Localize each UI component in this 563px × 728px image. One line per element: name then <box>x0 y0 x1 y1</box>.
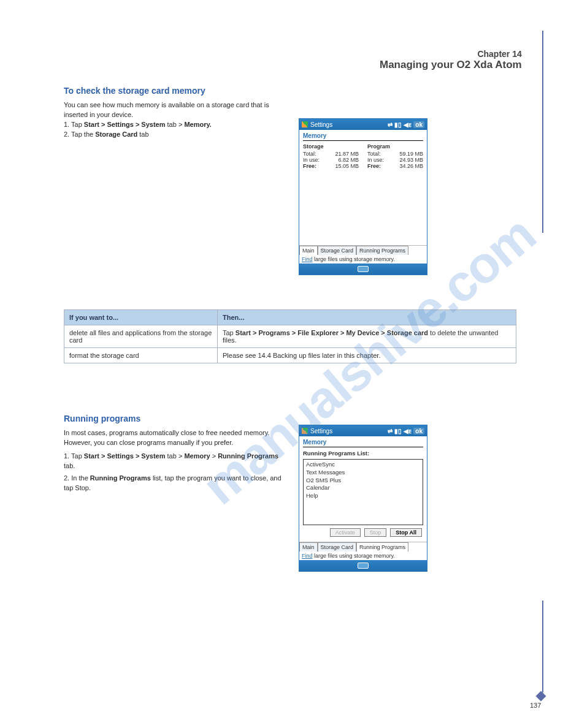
signal-icon: ▮▯ <box>394 121 402 128</box>
tab-main[interactable]: Main <box>299 246 318 255</box>
stop-button[interactable]: Stop <box>364 528 387 537</box>
section-heading: Running programs <box>64 414 291 423</box>
screen-body: Memory Running Programs List: ActiveSync… <box>299 436 427 542</box>
activate-button[interactable]: Activate <box>330 528 361 537</box>
chapter-header: Chapter 14 Managing your O2 Xda Atom <box>380 49 522 71</box>
tab-running-programs[interactable]: Running Programs <box>356 246 408 255</box>
title-text: Settings <box>310 121 332 128</box>
list-item[interactable]: Help <box>306 492 420 500</box>
actions-table: If you want to... Then... delete all fil… <box>64 309 516 363</box>
cell-format-desc: format the storage card <box>64 348 218 363</box>
section-intro: In most cases, programs automatically cl… <box>64 428 291 448</box>
list-item[interactable]: O2 SMS Plus <box>306 477 420 485</box>
device-screen: Settings ⇄ ▮▯ ◀ᴇ ok Memory Running Progr… <box>299 425 427 572</box>
margin-rule-top <box>542 31 543 233</box>
speaker-icon: ◀ᴇ <box>404 428 412 434</box>
storage-column: Storage Total:21.87 MB In use:6.82 MB Fr… <box>303 143 359 169</box>
sync-icon: ⇄ <box>388 428 393 434</box>
title-text: Settings <box>310 428 332 434</box>
chapter-number: Chapter 14 <box>380 49 522 59</box>
section-storage-card: To check the storage card memory You can… <box>64 86 291 140</box>
device-screen: Settings ⇄ ▮▯ ◀ᴇ ok Memory Storage Total… <box>299 118 427 275</box>
table-row: delete all files and applications from t… <box>64 325 516 348</box>
running-programs-list[interactable]: ActiveSync Text Messages O2 SMS Plus Cal… <box>303 459 423 525</box>
screenshot-running-programs: Settings ⇄ ▮▯ ◀ᴇ ok Memory Running Progr… <box>299 425 427 572</box>
keyboard-icon[interactable] <box>358 266 369 272</box>
find-hint: Find large files using storage memory. <box>299 552 427 560</box>
button-row: Activate Stop Stop All <box>304 528 422 537</box>
find-link[interactable]: Find <box>302 553 313 559</box>
margin-rule-bottom <box>542 601 543 692</box>
keyboard-icon[interactable] <box>358 563 369 569</box>
start-icon[interactable] <box>302 428 308 434</box>
section-intro: You can see how much memory is available… <box>64 100 291 120</box>
ok-button[interactable]: ok <box>413 121 424 128</box>
tab-bar: Main Storage Card Running Programs <box>299 245 427 255</box>
list-label: Running Programs List: <box>303 450 423 457</box>
th-want: If you want to... <box>64 310 218 325</box>
softkey-bar <box>299 560 427 571</box>
list-item[interactable]: Text Messages <box>306 469 420 477</box>
list-item[interactable]: ActiveSync <box>306 461 420 469</box>
tab-storage-card[interactable]: Storage Card <box>318 246 357 255</box>
section-heading: To check the storage card memory <box>64 86 291 96</box>
tab-storage-card[interactable]: Storage Card <box>318 542 357 552</box>
chapter-name: Managing your O2 Xda Atom <box>380 59 522 71</box>
tab-running-programs[interactable]: Running Programs <box>356 542 408 552</box>
ok-button[interactable]: ok <box>413 428 424 434</box>
step-2: 2. In the Running Programs list, tap the… <box>64 474 291 493</box>
step-1: 1. Tap Start > Settings > System tab > M… <box>64 120 291 130</box>
step-2: 2. Tap the Storage Card tab <box>64 130 291 140</box>
program-column: Program Total:59.19 MB In use:24.93 MB F… <box>367 143 423 169</box>
tab-main[interactable]: Main <box>299 542 318 552</box>
find-link[interactable]: Find <box>302 256 313 262</box>
titlebar: Settings ⇄ ▮▯ ◀ᴇ ok <box>299 119 427 130</box>
footer-diamond-icon <box>536 691 546 702</box>
softkey-bar <box>299 264 427 275</box>
cell-delete-action: Tap Start > Programs > File Explorer > M… <box>218 325 516 348</box>
table-row: format the storage card Please see 14.4 … <box>64 348 516 363</box>
page-number: 137 <box>530 702 541 709</box>
screen-body: Memory Storage Total:21.87 MB In use:6.8… <box>299 130 427 245</box>
step-1: 1. Tap Start > Settings > System tab > M… <box>64 452 291 471</box>
signal-icon: ▮▯ <box>394 428 402 434</box>
screen-subheading: Memory <box>303 132 423 141</box>
stop-all-button[interactable]: Stop All <box>390 528 422 537</box>
tab-bar: Main Storage Card Running Programs <box>299 542 427 552</box>
sync-icon: ⇄ <box>388 121 393 128</box>
cell-delete-desc: delete all files and applications from t… <box>64 325 218 348</box>
screen-subheading: Memory <box>303 439 423 447</box>
speaker-icon: ◀ᴇ <box>404 121 412 128</box>
memory-columns: Storage Total:21.87 MB In use:6.82 MB Fr… <box>303 143 423 169</box>
screenshot-memory-main: Settings ⇄ ▮▯ ◀ᴇ ok Memory Storage Total… <box>299 118 427 275</box>
th-then: Then... <box>218 310 516 325</box>
section-running-programs: Running programs In most cases, programs… <box>64 414 291 493</box>
titlebar: Settings ⇄ ▮▯ ◀ᴇ ok <box>299 425 427 436</box>
list-item[interactable]: Calendar <box>306 484 420 492</box>
cell-format-action: Please see 14.4 Backing up files later i… <box>218 348 516 363</box>
find-hint: Find large files using storage memory. <box>299 255 427 264</box>
start-icon[interactable] <box>302 121 308 127</box>
